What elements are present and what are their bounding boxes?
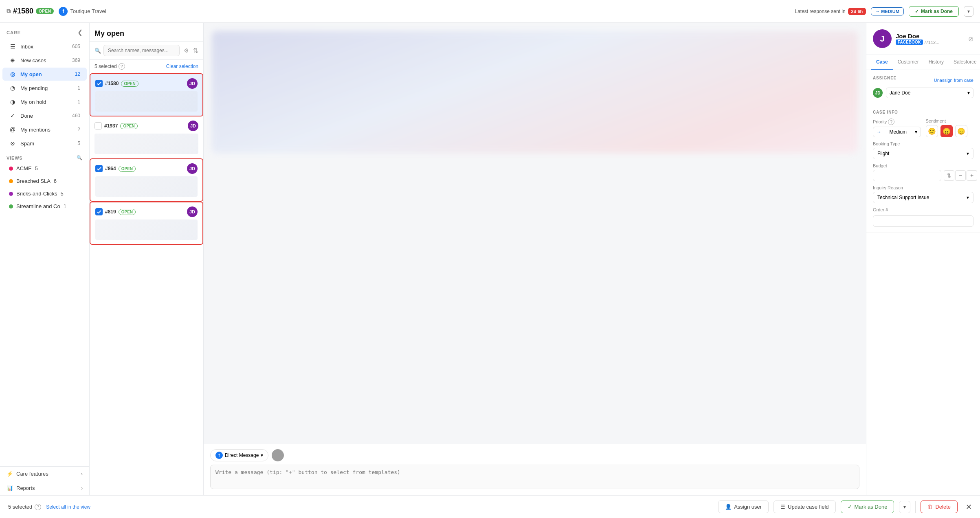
tab-case[interactable]: Case bbox=[871, 55, 893, 70]
order-label: Order # bbox=[873, 207, 973, 212]
assignee-dropdown[interactable]: Jane Doe ▾ bbox=[886, 88, 973, 98]
case-info-section: CASE INFO Priority ? → Medium ▾ Sentimen… bbox=[866, 104, 980, 233]
unassign-link[interactable]: Unassign from case bbox=[934, 78, 973, 83]
select-all-link[interactable]: Select all in the view bbox=[46, 504, 90, 510]
tab-customer[interactable]: Customer bbox=[893, 55, 924, 70]
inquiry-label: Inquiry Reason bbox=[873, 185, 973, 190]
selected-count: 5 selected ? bbox=[94, 63, 164, 70]
bottom-bar: 5 selected ? Select all in the view 👤 As… bbox=[0, 495, 980, 518]
case-card-1937[interactable]: #1937 OPEN JD bbox=[90, 116, 203, 158]
sidebar: CARE ❮ ☰ Inbox 605 ⊕ New cases 369 ◎ My … bbox=[0, 23, 90, 495]
assignee-section: ASSIGNEE Unassign from case JD Jane Doe … bbox=[866, 70, 980, 104]
sentiment-sad-button[interactable]: 😞 bbox=[955, 125, 967, 137]
case-checkbox-1580[interactable] bbox=[95, 80, 103, 87]
user-header: J Joe Doe FACEBOOK /7112... ⊘ bbox=[866, 23, 980, 55]
mark-done-topbar-button[interactable]: ✓ Mark as Done bbox=[909, 6, 959, 17]
sentiment-angry-button[interactable]: 😠 bbox=[940, 125, 953, 137]
detail-panel: J Joe Doe FACEBOOK /7112... ⊘ Case Custo… bbox=[866, 23, 980, 495]
priority-dropdown[interactable]: → Medium ▾ bbox=[873, 127, 921, 137]
mark-done-check-icon: ✓ bbox=[848, 504, 852, 510]
budget-row: ⇅ − + bbox=[873, 170, 973, 181]
message-input[interactable] bbox=[210, 465, 859, 489]
user-source: FACEBOOK /7112... bbox=[896, 40, 964, 45]
case-checkbox-819[interactable] bbox=[95, 208, 103, 215]
sidebar-item-streamline[interactable]: Streamline and Co 1 bbox=[2, 200, 87, 212]
case-card-819[interactable]: #819 OPEN JD bbox=[90, 202, 203, 245]
tab-history[interactable]: History bbox=[924, 55, 949, 70]
budget-sort-button[interactable]: ⇅ bbox=[944, 170, 954, 181]
case-card-1580[interactable]: #1580 OPEN JD bbox=[90, 73, 203, 116]
breached-sla-dot bbox=[9, 179, 13, 183]
sidebar-item-done[interactable]: ✓ Done 460 bbox=[2, 109, 87, 122]
search-icon: 🔍 bbox=[94, 48, 101, 54]
case-checkbox-1937[interactable] bbox=[94, 122, 102, 130]
copy-icon[interactable]: ⧉ bbox=[7, 8, 11, 15]
mark-done-arrow-button[interactable]: ▾ bbox=[899, 501, 910, 513]
inquiry-dropdown[interactable]: Technical Support Issue ▾ bbox=[873, 192, 973, 203]
update-case-field-button[interactable]: ☰ Update case field bbox=[773, 500, 835, 513]
message-type-select[interactable]: f Direct Message ▾ bbox=[210, 449, 268, 461]
delete-button[interactable]: 🗑 Delete bbox=[921, 500, 958, 513]
case-checkbox-864[interactable] bbox=[95, 165, 103, 172]
views-search-icon[interactable]: 🔍 bbox=[77, 155, 83, 160]
user-name: Joe Doe bbox=[896, 33, 964, 40]
mark-done-bottom-button[interactable]: ✓ Mark as Done bbox=[841, 500, 894, 513]
case-status-819: OPEN bbox=[119, 209, 136, 215]
budget-plus-button[interactable]: + bbox=[967, 170, 977, 181]
user-edit-button[interactable]: ⊘ bbox=[968, 35, 973, 43]
care-features-expand-icon: › bbox=[81, 471, 83, 477]
clear-selection-button[interactable]: Clear selection bbox=[166, 64, 198, 69]
priority-icon: → bbox=[877, 129, 881, 135]
sidebar-item-my-on-hold[interactable]: ◑ My on hold 1 bbox=[2, 95, 87, 108]
assignee-avatar: JD bbox=[873, 88, 883, 98]
sidebar-item-acme[interactable]: ACME 5 bbox=[2, 162, 87, 174]
sidebar-brand: CARE bbox=[7, 30, 21, 35]
mark-done-dropdown-button[interactable]: ▾ bbox=[964, 6, 973, 17]
priority-help-icon[interactable]: ? bbox=[888, 119, 894, 125]
priority-badge[interactable]: → MEDIUM bbox=[871, 7, 904, 15]
chat-messages[interactable] bbox=[204, 23, 866, 444]
tab-salesforce[interactable]: Salesforce bbox=[949, 55, 980, 70]
care-features-item[interactable]: ⚡ Care features › bbox=[0, 467, 89, 481]
sidebar-item-spam[interactable]: ⊗ Spam 5 bbox=[2, 137, 87, 150]
case-avatar-819: JD bbox=[187, 206, 198, 217]
list-search-bar: 🔍 ⚙ ⇅ bbox=[90, 42, 203, 60]
case-avatar-1580: JD bbox=[187, 78, 198, 89]
case-id-864: #864 bbox=[105, 166, 116, 171]
sentiment-happy-button[interactable]: 🙂 bbox=[926, 125, 938, 137]
bottom-divider bbox=[915, 501, 916, 513]
selection-help-icon[interactable]: ? bbox=[119, 63, 125, 70]
care-features-icon: ⚡ bbox=[7, 471, 13, 477]
assignee-row: JD Jane Doe ▾ bbox=[873, 88, 973, 98]
sidebar-item-breached-sla[interactable]: Breached SLA 6 bbox=[2, 175, 87, 187]
user-avatar: J bbox=[873, 29, 892, 48]
reports-item[interactable]: 📊 Reports › bbox=[0, 481, 89, 495]
budget-minus-button[interactable]: − bbox=[955, 170, 966, 181]
search-input[interactable] bbox=[103, 45, 180, 56]
case-card-864[interactable]: #864 OPEN JD bbox=[90, 158, 203, 202]
assign-user-button[interactable]: 👤 Assign user bbox=[718, 500, 769, 513]
main-panel: f Direct Message ▾ bbox=[204, 23, 866, 495]
sidebar-item-my-pending[interactable]: ◔ My pending 1 bbox=[2, 81, 87, 94]
bottom-close-button[interactable]: ✕ bbox=[966, 503, 972, 511]
inquiry-dropdown-icon: ▾ bbox=[967, 195, 969, 200]
case-info-title: CASE INFO bbox=[873, 110, 973, 114]
case-status-1580: OPEN bbox=[121, 81, 138, 87]
booking-type-dropdown[interactable]: Flight ▾ bbox=[873, 148, 973, 159]
filter-icon[interactable]: ⚙ bbox=[182, 46, 191, 55]
sidebar-item-inbox[interactable]: ☰ Inbox 605 bbox=[2, 40, 87, 53]
sort-icon[interactable]: ⇅ bbox=[193, 47, 198, 55]
sidebar-collapse-button[interactable]: ❮ bbox=[77, 29, 83, 36]
list-panel-title: My open bbox=[90, 23, 203, 42]
order-input[interactable] bbox=[873, 215, 973, 227]
case-avatar-1937: JD bbox=[188, 121, 198, 131]
new-cases-icon: ⊕ bbox=[9, 57, 16, 64]
sidebar-item-my-open[interactable]: ◎ My open 12 bbox=[2, 68, 87, 81]
sidebar-item-my-mentions[interactable]: @ My mentions 2 bbox=[2, 123, 87, 136]
sidebar-item-new-cases[interactable]: ⊕ New cases 369 bbox=[2, 54, 87, 67]
budget-input[interactable] bbox=[873, 170, 941, 181]
sidebar-item-bricks-and-clicks[interactable]: Bricks-and-Clicks 5 bbox=[2, 188, 87, 200]
assignee-title: ASSIGNEE bbox=[873, 76, 897, 80]
bottom-help-icon[interactable]: ? bbox=[35, 504, 41, 510]
case-avatar-864: JD bbox=[187, 163, 198, 174]
